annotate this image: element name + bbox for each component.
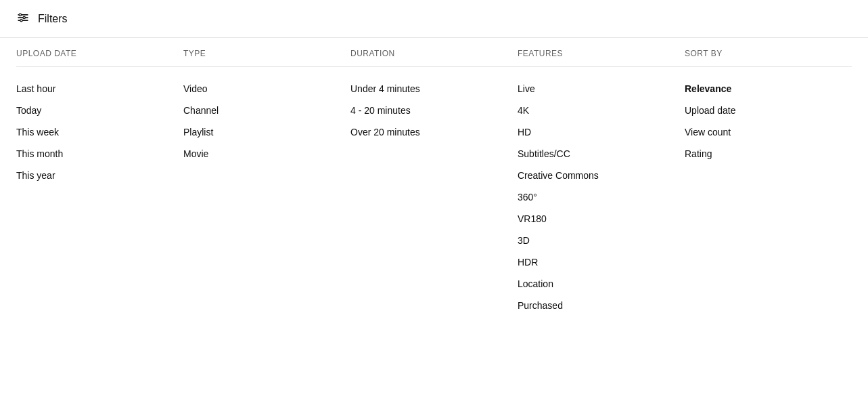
filter-item-type-3[interactable]: Movie (183, 143, 350, 165)
filter-item-features-2[interactable]: HD (518, 121, 685, 143)
filter-item-sort-by-2[interactable]: View count (685, 121, 852, 143)
filter-column-type: TYPEVideoChannelPlaylistMovie (183, 49, 350, 316)
filter-item-upload-date-4[interactable]: This year (16, 165, 183, 186)
filter-item-features-8[interactable]: HDR (518, 251, 685, 273)
filter-column-features: FEATURESLive4KHDSubtitles/CCCreative Com… (518, 49, 685, 316)
filter-item-features-10[interactable]: Purchased (518, 295, 685, 316)
filter-item-sort-by-3[interactable]: Rating (685, 143, 852, 165)
filter-item-features-0[interactable]: Live (518, 78, 685, 100)
filter-item-features-4[interactable]: Creative Commons (518, 165, 685, 186)
filter-item-upload-date-1[interactable]: Today (16, 100, 183, 121)
filter-item-type-1[interactable]: Channel (183, 100, 350, 121)
filters-header: Filters (0, 0, 868, 38)
filter-item-duration-0[interactable]: Under 4 minutes (350, 78, 518, 100)
filter-columns: UPLOAD DATELast hourTodayThis weekThis m… (0, 38, 868, 327)
filter-column-sort-by: SORT BYRelevanceUpload dateView countRat… (685, 49, 852, 316)
filter-item-sort-by-0[interactable]: Relevance (685, 78, 852, 100)
filter-item-upload-date-3[interactable]: This month (16, 143, 183, 165)
filter-column-duration: DURATIONUnder 4 minutes4 - 20 minutesOve… (350, 49, 518, 316)
column-header-features: FEATURES (518, 49, 685, 67)
column-header-upload-date: UPLOAD DATE (16, 49, 183, 67)
filters-title: Filters (38, 13, 68, 25)
svg-point-5 (20, 20, 22, 22)
filter-item-upload-date-0[interactable]: Last hour (16, 78, 183, 100)
filter-item-features-5[interactable]: 360° (518, 186, 685, 208)
filters-panel: Filters UPLOAD DATELast hourTodayThis we… (0, 0, 868, 327)
svg-point-1 (19, 14, 21, 16)
column-header-sort-by: SORT BY (685, 49, 852, 67)
filter-item-features-1[interactable]: 4K (518, 100, 685, 121)
filter-item-features-7[interactable]: 3D (518, 230, 685, 251)
filter-item-duration-1[interactable]: 4 - 20 minutes (350, 100, 518, 121)
column-header-duration: DURATION (350, 49, 518, 67)
svg-point-3 (23, 16, 25, 18)
filter-item-type-0[interactable]: Video (183, 78, 350, 100)
filters-icon[interactable] (16, 11, 30, 26)
filter-item-sort-by-1[interactable]: Upload date (685, 100, 852, 121)
filter-item-type-2[interactable]: Playlist (183, 121, 350, 143)
filter-item-features-6[interactable]: VR180 (518, 208, 685, 230)
filter-item-upload-date-2[interactable]: This week (16, 121, 183, 143)
filter-item-features-9[interactable]: Location (518, 273, 685, 295)
filter-item-features-3[interactable]: Subtitles/CC (518, 143, 685, 165)
filter-item-duration-2[interactable]: Over 20 minutes (350, 121, 518, 143)
column-header-type: TYPE (183, 49, 350, 67)
filter-column-upload-date: UPLOAD DATELast hourTodayThis weekThis m… (16, 49, 183, 316)
